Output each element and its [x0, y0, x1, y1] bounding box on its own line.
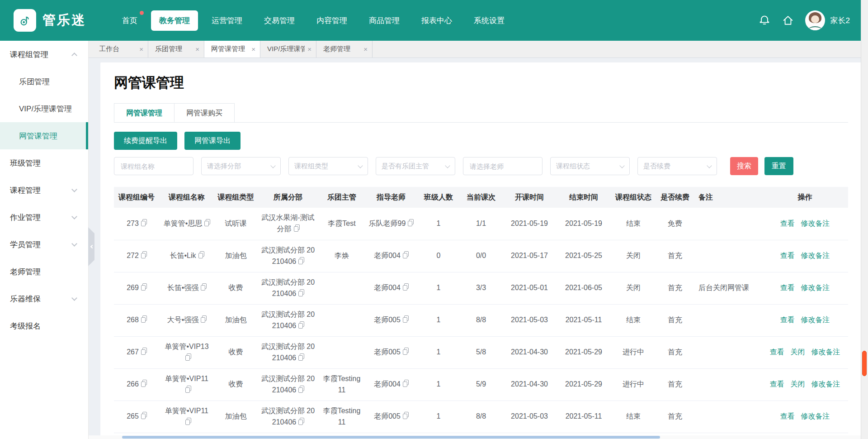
copy-icon[interactable]: [201, 317, 206, 323]
sidebar-item-课程管理[interactable]: 课程管理: [0, 177, 88, 204]
copy-icon[interactable]: [294, 226, 299, 232]
sidebar-item-乐团管理[interactable]: 乐团管理: [0, 68, 88, 95]
card-tab-网管课管理[interactable]: 网管课管理: [114, 103, 175, 122]
vertical-scrollbar[interactable]: [861, 0, 868, 439]
export-button-网管课导出[interactable]: 网管课导出: [184, 132, 241, 150]
sidebar-item-作业管理[interactable]: 作业管理: [0, 204, 88, 231]
close-icon[interactable]: ×: [361, 45, 368, 53]
close-icon[interactable]: ×: [249, 45, 255, 53]
topnav-item-内容管理[interactable]: 内容管理: [308, 10, 355, 31]
filter-select-请选择分部[interactable]: 请选择分部: [201, 157, 281, 175]
copy-icon[interactable]: [403, 253, 408, 259]
copy-icon[interactable]: [403, 317, 408, 323]
copy-icon[interactable]: [185, 387, 191, 393]
filter-select-是否续费[interactable]: 是否续费: [637, 157, 717, 175]
copy-icon[interactable]: [141, 220, 146, 227]
sidebar-item-课程组管理[interactable]: 课程组管理: [0, 41, 88, 68]
sidebar-item-网管课管理[interactable]: 网管课管理: [0, 122, 88, 149]
open-tab-网管课管理[interactable]: 网管课管理×: [204, 41, 260, 57]
export-button-续费提醒导出[interactable]: 续费提醒导出: [114, 132, 177, 150]
copy-icon[interactable]: [403, 413, 408, 420]
app-logo[interactable]: [14, 9, 36, 32]
sidebar-item-VIP/乐理课管理[interactable]: VIP/乐理课管理: [0, 95, 88, 122]
action-link-查看[interactable]: 查看: [780, 412, 795, 420]
sidebar-item-班级管理[interactable]: 班级管理: [0, 149, 88, 177]
copy-icon[interactable]: [201, 285, 206, 291]
copy-icon[interactable]: [298, 387, 304, 393]
copy-icon[interactable]: [403, 285, 408, 291]
topnav-item-首页[interactable]: 首页: [114, 10, 146, 31]
close-icon[interactable]: ×: [305, 45, 311, 53]
copy-icon[interactable]: [298, 419, 304, 425]
copy-icon[interactable]: [141, 349, 146, 355]
copy-icon[interactable]: [204, 220, 210, 227]
topnav-item-系统设置[interactable]: 系统设置: [466, 10, 513, 31]
open-tab-工作台[interactable]: 工作台×: [92, 41, 148, 57]
sidebar-item-学员管理[interactable]: 学员管理: [0, 231, 88, 258]
user-avatar[interactable]: [805, 10, 825, 30]
copy-icon[interactable]: [198, 253, 204, 259]
action-link-查看[interactable]: 查看: [780, 284, 795, 291]
action-link-修改备注[interactable]: 修改备注: [811, 380, 840, 388]
copy-icon[interactable]: [185, 419, 191, 425]
filter-select-课程组类型[interactable]: 课程组类型: [288, 157, 368, 175]
filter-input-请选择老师[interactable]: [463, 157, 542, 175]
copy-icon[interactable]: [403, 349, 408, 355]
copy-icon[interactable]: [141, 253, 146, 259]
copy-icon[interactable]: [298, 323, 304, 329]
copy-icon[interactable]: [403, 381, 408, 387]
copy-icon[interactable]: [298, 291, 304, 297]
action-link-修改备注[interactable]: 修改备注: [801, 252, 830, 259]
open-tab-乐团管理[interactable]: 乐团管理×: [148, 41, 204, 57]
action-link-修改备注[interactable]: 修改备注: [801, 412, 830, 420]
action-link-查看[interactable]: 查看: [770, 380, 784, 388]
action-link-查看[interactable]: 查看: [780, 220, 795, 227]
notification-bell-icon[interactable]: [758, 14, 771, 27]
home-icon[interactable]: [782, 14, 794, 27]
action-link-修改备注[interactable]: 修改备注: [801, 220, 830, 227]
action-link-修改备注[interactable]: 修改备注: [801, 284, 830, 291]
copy-icon[interactable]: [141, 413, 146, 420]
copy-icon[interactable]: [185, 355, 191, 361]
user-name[interactable]: 家长2: [830, 15, 850, 26]
copy-icon[interactable]: [141, 317, 146, 323]
sidebar-collapse-handle[interactable]: [88, 227, 94, 266]
action-link-关闭[interactable]: 关闭: [791, 380, 805, 388]
sidebar-item-老师管理[interactable]: 老师管理: [0, 258, 88, 285]
topnav-item-报表中心[interactable]: 报表中心: [413, 10, 460, 31]
card-tab-网管课购买[interactable]: 网管课购买: [175, 103, 235, 122]
cell-students: 1: [417, 368, 460, 401]
horizontal-scrollbar[interactable]: [89, 435, 861, 439]
close-icon[interactable]: ×: [137, 45, 143, 53]
filter-input-课程组名称[interactable]: [114, 157, 193, 175]
filter-text-input[interactable]: [120, 162, 188, 171]
copy-icon[interactable]: [141, 285, 146, 291]
sidebar-item-考级报名[interactable]: 考级报名: [0, 312, 88, 339]
open-tab-老师管理[interactable]: 老师管理×: [316, 41, 373, 57]
copy-icon[interactable]: [408, 220, 413, 227]
copy-icon[interactable]: [298, 258, 304, 265]
filter-select-课程组状态[interactable]: 课程组状态: [550, 157, 630, 175]
topnav-item-运营管理[interactable]: 运营管理: [203, 10, 250, 31]
sidebar-item-乐器维保[interactable]: 乐器维保: [0, 285, 88, 312]
action-link-修改备注[interactable]: 修改备注: [811, 348, 840, 356]
horizontal-scrollbar-thumb[interactable]: [122, 436, 660, 439]
search-button[interactable]: 搜索: [730, 157, 758, 175]
topnav-item-教务管理[interactable]: 教务管理: [151, 10, 198, 31]
copy-icon[interactable]: [298, 355, 304, 361]
open-tab-VIP/乐理课管理[interactable]: VIP/乐理课管理×: [260, 41, 316, 57]
vertical-scrollbar-thumb[interactable]: [862, 351, 867, 376]
action-link-关闭[interactable]: 关闭: [791, 348, 805, 356]
action-link-查看[interactable]: 查看: [780, 316, 795, 324]
close-icon[interactable]: ×: [193, 45, 199, 53]
action-link-查看[interactable]: 查看: [770, 348, 784, 356]
topnav-item-商品管理[interactable]: 商品管理: [361, 10, 408, 31]
column-header-乐团主管: 乐团主管: [319, 187, 365, 208]
topnav-item-交易管理[interactable]: 交易管理: [256, 10, 303, 31]
reset-button[interactable]: 重置: [764, 157, 793, 175]
copy-icon[interactable]: [141, 381, 146, 387]
filter-text-input[interactable]: [469, 162, 537, 171]
action-link-查看[interactable]: 查看: [780, 252, 795, 259]
action-link-修改备注[interactable]: 修改备注: [801, 316, 830, 324]
filter-select-是否有乐团主管[interactable]: 是否有乐团主管: [376, 157, 455, 175]
